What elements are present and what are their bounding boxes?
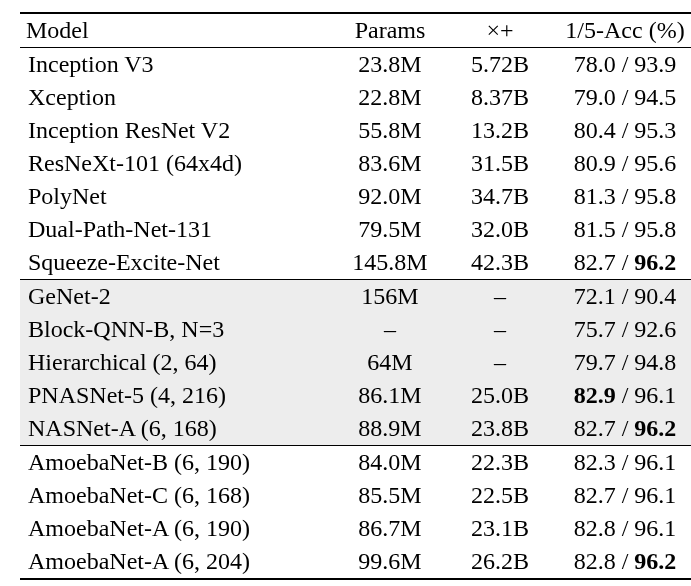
acc-top1: 82.7 [574, 415, 616, 441]
cell-params: 86.7M [330, 512, 450, 545]
acc-top5: 96.2 [634, 548, 676, 574]
acc-top5: 95.8 [634, 183, 676, 209]
cell-params: 55.8M [330, 114, 450, 147]
cell-ops: – [450, 346, 550, 379]
cell-ops: 23.8B [450, 412, 550, 446]
header-acc: 1/5-Acc (%) [550, 13, 691, 48]
cell-model: Block-QNN-B, N=3 [20, 313, 330, 346]
table-row: Squeeze-Excite-Net145.8M42.3B82.7 / 96.2 [20, 246, 691, 280]
table-row: Dual-Path-Net-13179.5M32.0B81.5 / 95.8 [20, 213, 691, 246]
cell-acc: 79.0 / 94.5 [550, 81, 691, 114]
cell-ops: – [450, 280, 550, 314]
acc-top5: 93.9 [634, 51, 676, 77]
cell-params: 83.6M [330, 147, 450, 180]
acc-top5: 95.3 [634, 117, 676, 143]
acc-top5: 95.8 [634, 216, 676, 242]
cell-model: PNASNet-5 (4, 216) [20, 379, 330, 412]
table-row: AmoebaNet-B (6, 190)84.0M22.3B82.3 / 96.… [20, 446, 691, 480]
cell-model: Squeeze-Excite-Net [20, 246, 330, 280]
acc-top5: 96.1 [634, 515, 676, 541]
cell-ops: 42.3B [450, 246, 550, 280]
acc-top1: 80.9 [574, 150, 616, 176]
cell-model: Dual-Path-Net-131 [20, 213, 330, 246]
cell-model: AmoebaNet-A (6, 190) [20, 512, 330, 545]
acc-top5: 92.6 [634, 316, 676, 342]
cell-ops: 5.72B [450, 48, 550, 82]
cell-acc: 80.9 / 95.6 [550, 147, 691, 180]
cell-model: GeNet-2 [20, 280, 330, 314]
header-row: Model Params ×+ 1/5-Acc (%) [20, 13, 691, 48]
cell-params: 84.0M [330, 446, 450, 480]
cell-acc: 81.5 / 95.8 [550, 213, 691, 246]
header-model: Model [20, 13, 330, 48]
cell-model: NASNet-A (6, 168) [20, 412, 330, 446]
cell-ops: 25.0B [450, 379, 550, 412]
row-group: GeNet-2156M–72.1 / 90.4Block-QNN-B, N=3–… [20, 280, 691, 446]
results-table: Model Params ×+ 1/5-Acc (%) Inception V3… [20, 12, 691, 580]
table-row: ResNeXt-101 (64x4d)83.6M31.5B80.9 / 95.6 [20, 147, 691, 180]
cell-ops: 22.5B [450, 479, 550, 512]
cell-model: Xception [20, 81, 330, 114]
row-group: AmoebaNet-B (6, 190)84.0M22.3B82.3 / 96.… [20, 446, 691, 580]
acc-top5: 96.2 [634, 415, 676, 441]
cell-ops: 13.2B [450, 114, 550, 147]
cell-ops: 34.7B [450, 180, 550, 213]
table-row: Hierarchical (2, 64)64M–79.7 / 94.8 [20, 346, 691, 379]
table-row: PolyNet92.0M34.7B81.3 / 95.8 [20, 180, 691, 213]
acc-top1: 81.5 [574, 216, 616, 242]
cell-model: Inception V3 [20, 48, 330, 82]
table-row: GeNet-2156M–72.1 / 90.4 [20, 280, 691, 314]
acc-top1: 82.8 [574, 548, 616, 574]
acc-top5: 95.6 [634, 150, 676, 176]
cell-params: – [330, 313, 450, 346]
table-row: Block-QNN-B, N=3––75.7 / 92.6 [20, 313, 691, 346]
cell-params: 145.8M [330, 246, 450, 280]
cell-ops: 23.1B [450, 512, 550, 545]
cell-model: ResNeXt-101 (64x4d) [20, 147, 330, 180]
table-row: AmoebaNet-A (6, 204)99.6M26.2B82.8 / 96.… [20, 545, 691, 579]
cell-ops: 32.0B [450, 213, 550, 246]
cell-acc: 82.7 / 96.1 [550, 479, 691, 512]
cell-acc: 80.4 / 95.3 [550, 114, 691, 147]
cell-acc: 82.9 / 96.1 [550, 379, 691, 412]
acc-top5: 96.1 [634, 382, 676, 408]
cell-ops: 31.5B [450, 147, 550, 180]
acc-top5: 96.1 [634, 482, 676, 508]
cell-model: AmoebaNet-C (6, 168) [20, 479, 330, 512]
cell-acc: 72.1 / 90.4 [550, 280, 691, 314]
acc-top5: 96.2 [634, 249, 676, 275]
cell-model: AmoebaNet-A (6, 204) [20, 545, 330, 579]
cell-acc: 79.7 / 94.8 [550, 346, 691, 379]
cell-ops: 22.3B [450, 446, 550, 480]
cell-acc: 82.3 / 96.1 [550, 446, 691, 480]
acc-top1: 79.7 [574, 349, 616, 375]
header-ops: ×+ [450, 13, 550, 48]
cell-model: PolyNet [20, 180, 330, 213]
table-row: Inception ResNet V255.8M13.2B80.4 / 95.3 [20, 114, 691, 147]
cell-acc: 82.8 / 96.2 [550, 545, 691, 579]
cell-params: 23.8M [330, 48, 450, 82]
acc-top1: 79.0 [574, 84, 616, 110]
acc-top1: 80.4 [574, 117, 616, 143]
acc-top5: 90.4 [634, 283, 676, 309]
table-row: Inception V323.8M5.72B78.0 / 93.9 [20, 48, 691, 82]
cell-ops: – [450, 313, 550, 346]
acc-top5: 94.5 [634, 84, 676, 110]
cell-params: 22.8M [330, 81, 450, 114]
header-params: Params [330, 13, 450, 48]
cell-ops: 8.37B [450, 81, 550, 114]
cell-acc: 82.8 / 96.1 [550, 512, 691, 545]
cell-acc: 82.7 / 96.2 [550, 412, 691, 446]
cell-ops: 26.2B [450, 545, 550, 579]
acc-top1: 78.0 [574, 51, 616, 77]
cell-acc: 81.3 / 95.8 [550, 180, 691, 213]
acc-top1: 72.1 [574, 283, 616, 309]
acc-top5: 94.8 [634, 349, 676, 375]
table-row: AmoebaNet-A (6, 190)86.7M23.1B82.8 / 96.… [20, 512, 691, 545]
cell-acc: 82.7 / 96.2 [550, 246, 691, 280]
cell-params: 88.9M [330, 412, 450, 446]
cell-params: 79.5M [330, 213, 450, 246]
cell-params: 156M [330, 280, 450, 314]
acc-top1: 82.8 [574, 515, 616, 541]
cell-acc: 78.0 / 93.9 [550, 48, 691, 82]
